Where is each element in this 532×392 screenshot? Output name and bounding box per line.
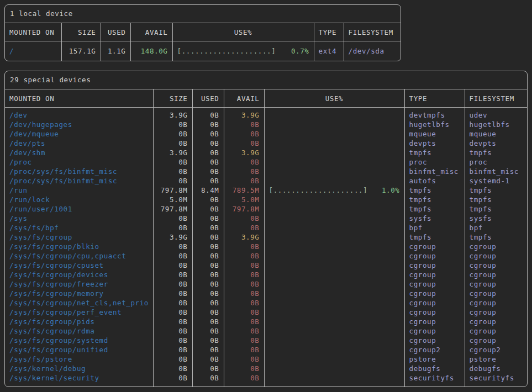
fs-type: cgroup: [404, 336, 465, 345]
usage-bar: [....................]: [177, 41, 276, 61]
usage-cell: [264, 223, 404, 232]
usage-cell: [264, 317, 404, 326]
used-value: 0B: [192, 176, 224, 186]
size-value: 0B: [153, 354, 192, 364]
table-row: /sys 0B 0B 0B sysfs sysfs: [5, 214, 527, 223]
table-row: /dev/pts 0B 0B 0B devpts devpts: [5, 139, 527, 148]
local-devices-title: 1 local device: [5, 5, 401, 23]
mount-point: /proc/sys/fs/binfmt_misc: [5, 167, 153, 176]
table-row: /sys/fs/cgroup/blkio 0B 0B 0B cgroup cgr…: [5, 242, 527, 251]
terminal-output[interactable]: 1 local device MOUNTED ON SIZE USED AVAI…: [0, 0, 532, 392]
size-value: 0B: [153, 176, 192, 186]
table-row: /run/user/1001 797.8M 0B 797.8M tmpfs tm…: [5, 204, 527, 214]
avail-value: 0B: [224, 129, 264, 139]
table-row: /sys/fs/cgroup/unified 0B 0B 0B cgroup2 …: [5, 345, 527, 354]
used-value: 0B: [192, 261, 224, 270]
size-value: 0B: [153, 270, 192, 279]
size-value: 157.1G: [61, 41, 101, 61]
size-value: 3.9G: [153, 108, 192, 120]
usage-cell: [264, 108, 404, 120]
avail-value: 3.9G: [224, 232, 264, 242]
size-value: 5.0M: [153, 195, 192, 204]
col-header-size: SIZE: [153, 89, 192, 108]
avail-value: 3.9G: [224, 148, 264, 157]
fs-type: cgroup: [404, 270, 465, 279]
usage-cell: [264, 308, 404, 317]
table-row: /sys/kernel/security 0B 0B 0B securityfs…: [5, 373, 527, 386]
used-value: 0B: [192, 108, 224, 120]
avail-value: 148.0G: [130, 41, 172, 61]
usage-cell: [264, 232, 404, 242]
used-value: 0B: [192, 317, 224, 326]
col-header-mounted-on: MOUNTED ON: [5, 23, 61, 41]
col-header-use-percent: USE%: [264, 89, 404, 108]
col-header-filesystem: FILESYSTEM: [344, 23, 401, 41]
table-row: /sys/fs/cgroup/cpuset 0B 0B 0B cgroup cg…: [5, 261, 527, 270]
mount-point: /dev: [5, 108, 153, 120]
usage-cell: [264, 214, 404, 223]
fs-type: cgroup2: [404, 345, 465, 354]
filesystem-name: hugetlbfs: [465, 120, 527, 129]
mount-point: /sys/fs/cgroup/freezer: [5, 279, 153, 289]
filesystem-name: cgroup: [465, 270, 527, 279]
avail-value: 0B: [224, 167, 264, 176]
filesystem-name: devpts: [465, 139, 527, 148]
local-devices-panel: 1 local device MOUNTED ON SIZE USED AVAI…: [4, 4, 401, 61]
fs-type: cgroup: [404, 242, 465, 251]
table-row: /sys/fs/cgroup/rdma 0B 0B 0B cgroup cgro…: [5, 326, 527, 336]
avail-value: 0B: [224, 214, 264, 223]
fs-type: cgroup: [404, 308, 465, 317]
usage-cell: [264, 298, 404, 308]
mount-point: /proc/sys/fs/binfmt_misc: [5, 176, 153, 186]
mount-point: /sys/fs/cgroup/net_cls,net_prio: [5, 298, 153, 308]
table-row: /sys/fs/cgroup/devices 0B 0B 0B cgroup c…: [5, 270, 527, 279]
avail-value: 0B: [224, 242, 264, 251]
fs-type: bpf: [404, 223, 465, 232]
mount-point: /run/user/1001: [5, 204, 153, 214]
usage-cell: [264, 261, 404, 270]
fs-type: cgroup: [404, 279, 465, 289]
usage-percent: 0.7%: [291, 41, 309, 61]
avail-value: 0B: [224, 261, 264, 270]
mount-point: /dev/hugepages: [5, 120, 153, 129]
mount-point: /sys/fs/cgroup/blkio: [5, 242, 153, 251]
avail-value: 0B: [224, 223, 264, 232]
usage-cell: [264, 139, 404, 148]
mount-point: /sys/fs/cgroup/systemd: [5, 336, 153, 345]
used-value: 0B: [192, 242, 224, 251]
table-row: /sys/fs/cgroup/cpu,cpuacct 0B 0B 0B cgro…: [5, 251, 527, 261]
table-row: /run/lock 5.0M 0B 5.0M tmpfs tmpfs: [5, 195, 527, 204]
fs-type: tmpfs: [404, 204, 465, 214]
used-value: 0B: [192, 298, 224, 308]
mount-point: /sys/kernel/security: [5, 373, 153, 386]
used-value: 0B: [192, 167, 224, 176]
table-row: /sys/fs/cgroup/net_cls,net_prio 0B 0B 0B…: [5, 298, 527, 308]
used-value: 0B: [192, 270, 224, 279]
mount-point: /sys/fs/cgroup/pids: [5, 317, 153, 326]
usage-cell: [264, 279, 404, 289]
avail-value: 3.9G: [224, 108, 264, 120]
avail-value: 0B: [224, 308, 264, 317]
usage-cell: [264, 176, 404, 186]
table-row: /proc 0B 0B 0B proc proc: [5, 157, 527, 167]
mount-point: /proc: [5, 157, 153, 167]
size-value: 0B: [153, 214, 192, 223]
mount-point: /sys/kernel/debug: [5, 364, 153, 373]
fs-type: hugetlbfs: [404, 120, 465, 129]
fs-type: securityfs: [404, 373, 465, 386]
usage-cell: [....................] 0.7%: [172, 41, 314, 61]
avail-value: 0B: [224, 336, 264, 345]
used-value: 0B: [192, 232, 224, 242]
table-row: /dev/mqueue 0B 0B 0B mqueue mqueue: [5, 129, 527, 139]
size-value: 0B: [153, 364, 192, 373]
avail-value: 0B: [224, 326, 264, 336]
fs-type: cgroup: [404, 261, 465, 270]
avail-value: 0B: [224, 120, 264, 129]
usage-percent: 1.0%: [382, 186, 400, 195]
filesystem-name: sysfs: [465, 214, 527, 223]
mount-point: /sys/fs/cgroup/rdma: [5, 326, 153, 336]
used-value: 0B: [192, 129, 224, 139]
filesystem-name: tmpfs: [465, 204, 527, 214]
col-header-mounted-on: MOUNTED ON: [5, 89, 153, 108]
fs-type: tmpfs: [404, 148, 465, 157]
